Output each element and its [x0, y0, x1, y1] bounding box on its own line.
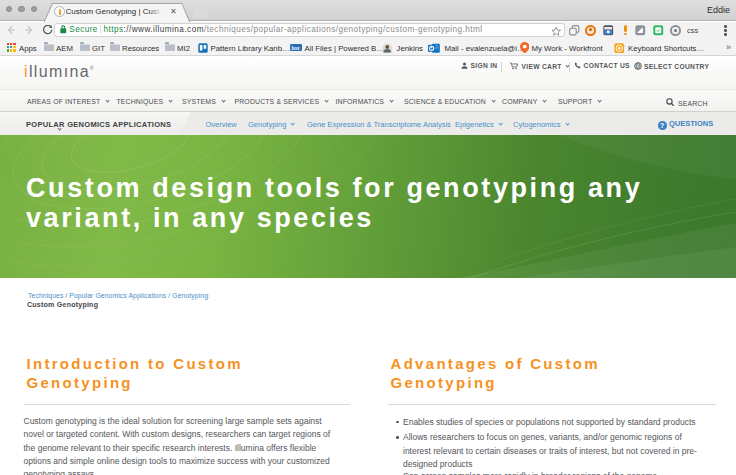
svg-text:box: box [292, 46, 300, 51]
